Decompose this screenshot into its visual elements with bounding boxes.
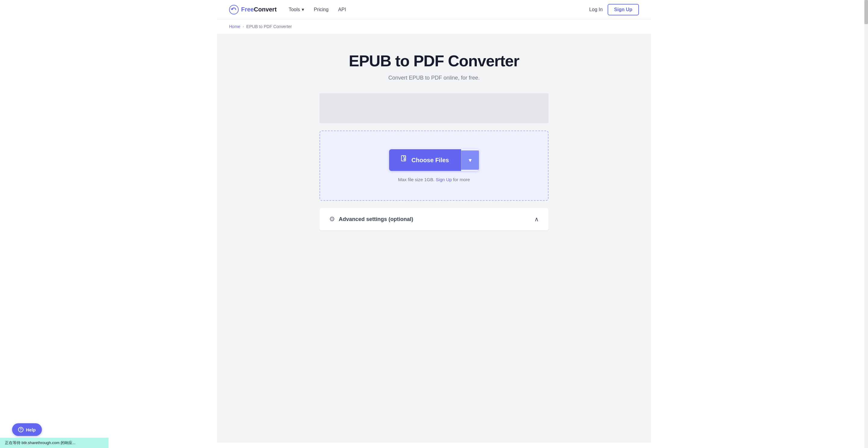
logo-free-text: Free bbox=[241, 6, 254, 13]
logo-text: FreeConvert bbox=[241, 6, 277, 13]
navbar-right: Log In Sign Up bbox=[589, 4, 639, 16]
upload-area[interactable]: Choose Files ▾ Max file size 1GB. Sign U… bbox=[319, 130, 549, 201]
ad-banner bbox=[319, 93, 549, 123]
svg-point-0 bbox=[229, 5, 239, 14]
collapse-icon[interactable]: ∧ bbox=[534, 215, 539, 223]
gear-icon: ⚙ bbox=[329, 215, 335, 223]
logo-convert-text: Convert bbox=[254, 6, 277, 13]
logo-icon bbox=[229, 5, 239, 14]
nav-pricing[interactable]: Pricing bbox=[314, 7, 329, 12]
advanced-settings-label: Advanced settings (optional) bbox=[339, 216, 413, 222]
file-size-note-suffix: for more bbox=[453, 177, 470, 182]
dropdown-chevron-icon: ▾ bbox=[469, 156, 472, 164]
breadcrumb-current: EPUB to PDF Converter bbox=[246, 24, 292, 29]
choose-files-group: Choose Files ▾ bbox=[389, 149, 478, 171]
nav-tools[interactable]: Tools ▾ bbox=[289, 7, 304, 12]
nav-tools-label: Tools bbox=[289, 7, 300, 12]
file-upload-icon bbox=[401, 155, 408, 165]
breadcrumb: Home › EPUB to PDF Converter bbox=[217, 19, 651, 34]
nav-links: Tools ▾ Pricing API bbox=[289, 7, 346, 12]
page-title: EPUB to PDF Converter bbox=[349, 52, 519, 70]
chevron-down-icon: ▾ bbox=[302, 7, 304, 12]
signup-button[interactable]: Sign Up bbox=[608, 4, 639, 16]
choose-files-dropdown-button[interactable]: ▾ bbox=[461, 150, 479, 170]
advanced-settings-left: ⚙ Advanced settings (optional) bbox=[329, 215, 413, 223]
breadcrumb-home[interactable]: Home bbox=[229, 24, 240, 29]
logo[interactable]: FreeConvert bbox=[229, 5, 277, 14]
advanced-settings[interactable]: ⚙ Advanced settings (optional) ∧ bbox=[319, 208, 549, 230]
file-icon-svg bbox=[401, 155, 408, 163]
file-size-note-prefix: Max file size 1GB. bbox=[398, 177, 435, 182]
nav-api[interactable]: API bbox=[338, 7, 346, 12]
main-content: EPUB to PDF Converter Convert EPUB to PD… bbox=[217, 34, 651, 443]
page-subtitle: Convert EPUB to PDF online, for free. bbox=[388, 75, 479, 81]
breadcrumb-separator: › bbox=[243, 24, 244, 29]
nav-pricing-link[interactable]: Pricing bbox=[314, 7, 329, 12]
choose-files-label: Choose Files bbox=[411, 157, 449, 164]
login-button[interactable]: Log In bbox=[589, 7, 602, 12]
navbar: FreeConvert Tools ▾ Pricing API Log In S… bbox=[217, 0, 651, 19]
nav-api-link[interactable]: API bbox=[338, 7, 346, 12]
navbar-left: FreeConvert Tools ▾ Pricing API bbox=[229, 5, 346, 14]
signup-link[interactable]: Sign Up bbox=[436, 177, 452, 182]
file-size-note: Max file size 1GB. Sign Up for more bbox=[398, 177, 470, 182]
choose-files-button[interactable]: Choose Files bbox=[389, 149, 461, 171]
